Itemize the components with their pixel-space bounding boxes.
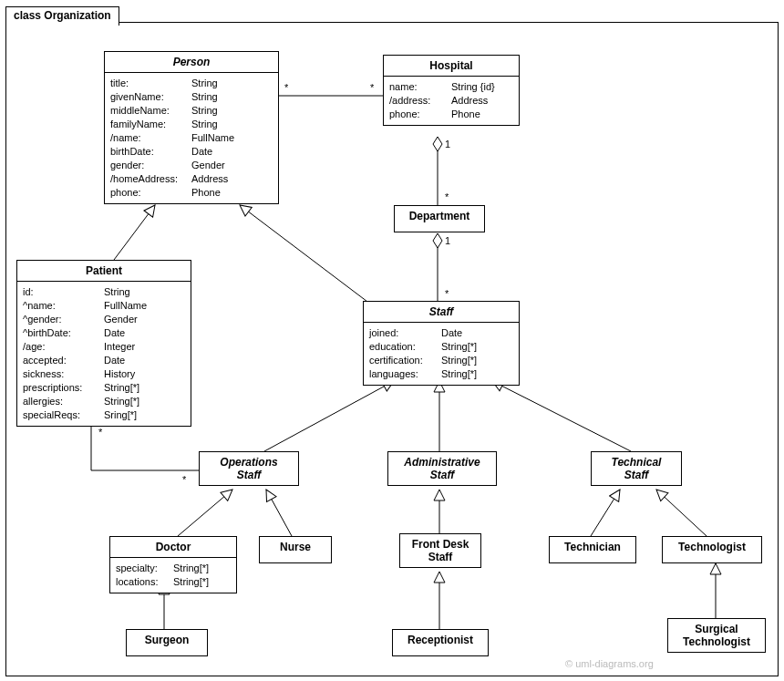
class-patient-attrs: id:String ^name:FullName ^gender:Gender … <box>17 282 191 426</box>
class-patient-name: Patient <box>17 261 191 282</box>
mult-person-hospital-right: * <box>370 82 374 93</box>
class-doctor-name: Doctor <box>110 537 236 558</box>
class-receptionist-name: Receptionist <box>393 630 488 650</box>
class-staff-attrs: joined:Date education:String[*] certific… <box>364 323 519 385</box>
class-administrative-staff-name: Administrative Staff <box>388 452 496 485</box>
class-operations-staff: Operations Staff <box>199 451 299 486</box>
package-tab: class Organization <box>5 6 119 26</box>
class-doctor-attrs: specialty:String[*] locations:String[*] <box>110 558 236 593</box>
class-doctor: Doctor specialty:String[*] locations:Str… <box>109 536 237 593</box>
class-staff: Staff joined:Date education:String[*] ce… <box>363 301 520 386</box>
class-technician: Technician <box>549 536 636 563</box>
class-person-attrs: title:String givenName:String middleName… <box>105 73 278 203</box>
class-technologist-name: Technologist <box>663 537 761 557</box>
class-person: Person title:String givenName:String mid… <box>104 51 279 204</box>
class-surgeon-name: Surgeon <box>127 630 207 650</box>
class-nurse-name: Nurse <box>260 537 331 557</box>
class-technologist: Technologist <box>662 536 762 563</box>
class-front-desk-staff: Front Desk Staff <box>399 533 481 568</box>
class-person-name: Person <box>105 52 278 73</box>
class-administrative-staff: Administrative Staff <box>387 451 497 486</box>
watermark: © uml-diagrams.org <box>565 658 654 669</box>
class-nurse: Nurse <box>259 536 332 563</box>
mult-hospital-department-top: 1 <box>445 139 450 150</box>
class-patient: Patient id:String ^name:FullName ^gender… <box>16 260 191 427</box>
class-operations-staff-name: Operations Staff <box>200 452 298 485</box>
class-surgical-technologist: Surgical Technologist <box>667 618 766 653</box>
mult-patient-ops-left: * <box>98 427 102 438</box>
class-department: Department <box>394 205 485 232</box>
class-hospital-name: Hospital <box>384 56 519 77</box>
class-staff-name: Staff <box>364 302 519 323</box>
class-receptionist: Receptionist <box>392 629 489 656</box>
class-department-name: Department <box>395 206 484 226</box>
mult-patient-ops-right: * <box>182 474 186 485</box>
diagram-canvas: class Organization <box>0 0 784 681</box>
class-technician-name: Technician <box>550 537 635 557</box>
class-hospital: Hospital name:String {id} /address:Addre… <box>383 55 520 126</box>
class-front-desk-staff-name: Front Desk Staff <box>400 534 480 567</box>
class-surgical-technologist-name: Surgical Technologist <box>668 619 765 652</box>
class-surgeon: Surgeon <box>126 629 208 656</box>
class-technical-staff: Technical Staff <box>591 451 682 486</box>
class-hospital-attrs: name:String {id} /address:Address phone:… <box>384 77 519 125</box>
mult-person-hospital-left: * <box>284 82 288 93</box>
mult-department-staff-top: 1 <box>445 235 450 246</box>
package-name: class Organization <box>14 9 111 22</box>
mult-department-staff-bottom: * <box>445 288 449 299</box>
class-technical-staff-name: Technical Staff <box>592 452 681 485</box>
mult-hospital-department-bottom: * <box>445 191 449 202</box>
